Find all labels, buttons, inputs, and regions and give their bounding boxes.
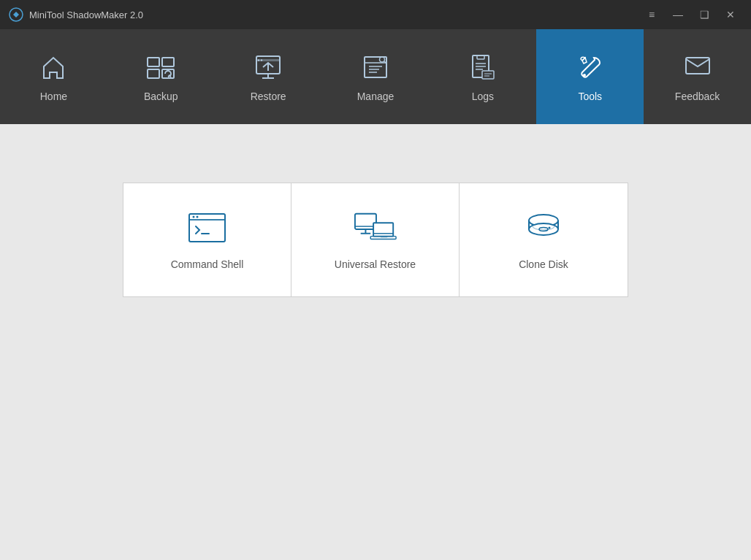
nav-item-feedback[interactable]: Feedback (644, 29, 751, 124)
close-button[interactable]: ✕ (719, 4, 742, 25)
svg-rect-3 (148, 69, 159, 78)
app-logo-icon (9, 7, 23, 22)
nav-item-manage[interactable]: Manage (322, 29, 430, 124)
command-shell-icon (186, 210, 229, 247)
menu-button[interactable]: ≡ (640, 4, 663, 25)
svg-rect-6 (256, 59, 280, 61)
svg-point-27 (583, 74, 586, 77)
universal-restore-icon (354, 210, 397, 247)
svg-point-32 (193, 216, 195, 218)
title-bar-left: MiniTool ShadowMaker 2.0 (9, 7, 143, 22)
tool-card-command-shell[interactable]: Command Shell (123, 183, 291, 296)
svg-rect-42 (380, 237, 387, 238)
clone-disk-label: Clone Disk (519, 258, 568, 270)
svg-point-17 (380, 57, 385, 62)
tools-grid: Command Shell Universal Restore (123, 183, 628, 297)
feedback-icon (682, 51, 714, 83)
backup-icon (145, 51, 177, 83)
nav-label-backup: Backup (144, 91, 178, 102)
nav-label-home: Home (40, 91, 67, 102)
svg-point-46 (529, 223, 558, 235)
main-content: Command Shell Universal Restore (0, 124, 751, 560)
tools-icon (574, 51, 606, 83)
maximize-button[interactable]: ❑ (693, 4, 716, 25)
nav-item-home[interactable]: Home (0, 29, 107, 124)
logs-icon (467, 51, 499, 83)
nav-label-manage: Manage (357, 91, 394, 102)
title-bar: MiniTool ShadowMaker 2.0 ≡ — ❑ ✕ (0, 0, 751, 29)
nav-label-logs: Logs (472, 91, 494, 102)
window-controls: ≡ — ❑ ✕ (640, 4, 742, 25)
nav-item-backup[interactable]: Backup (107, 29, 215, 124)
nav-item-tools[interactable]: Tools (536, 29, 644, 124)
svg-point-8 (261, 59, 262, 61)
minimize-button[interactable]: — (666, 4, 690, 25)
command-shell-label: Command Shell (171, 258, 244, 270)
svg-point-48 (548, 226, 550, 229)
clone-disk-icon (522, 210, 565, 247)
svg-rect-20 (477, 55, 484, 59)
tool-card-universal-restore[interactable]: Universal Restore (291, 183, 460, 296)
svg-rect-1 (148, 58, 159, 66)
nav-label-feedback: Feedback (675, 91, 720, 102)
svg-point-7 (258, 59, 259, 61)
svg-rect-29 (189, 214, 225, 242)
universal-restore-label: Universal Restore (335, 258, 416, 270)
svg-rect-24 (482, 71, 494, 79)
nav-item-restore[interactable]: Restore (215, 29, 322, 124)
svg-rect-2 (162, 58, 174, 66)
restore-icon (252, 51, 284, 83)
app-title: MiniTool ShadowMaker 2.0 (29, 9, 143, 20)
nav-bar: Home Backup (0, 29, 751, 124)
manage-icon (359, 51, 392, 83)
svg-rect-39 (373, 223, 393, 236)
svg-rect-12 (365, 57, 386, 77)
home-icon (37, 51, 69, 83)
svg-point-33 (197, 216, 199, 218)
nav-item-logs[interactable]: Logs (429, 29, 536, 124)
tool-card-clone-disk[interactable]: Clone Disk (460, 183, 628, 296)
nav-label-tools: Tools (578, 91, 602, 102)
nav-label-restore: Restore (251, 91, 286, 102)
